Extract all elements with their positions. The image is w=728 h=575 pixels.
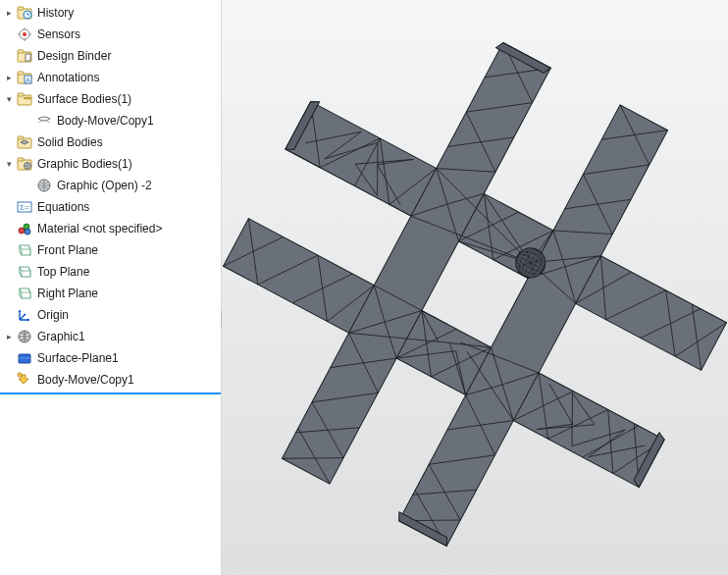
surface-plane-icon — [16, 350, 33, 366]
tree-item-label: History — [37, 6, 74, 20]
chevron-right-icon[interactable]: ▸ — [4, 332, 14, 341]
graphic-feature-icon — [16, 329, 33, 344]
tree-item-label: Sensors — [37, 27, 80, 41]
binder-icon — [16, 48, 33, 64]
tree-item-label: Solid Bodies — [37, 135, 103, 149]
tree-item[interactable]: Right Plane — [0, 283, 221, 304]
chevron-right-icon[interactable]: ▸ — [4, 73, 14, 82]
tree-item-label: Material <not specified> — [37, 222, 162, 235]
tree-item-label: Body-Move/Copy1 — [37, 373, 134, 387]
tree-item-label: Graphic1 — [37, 330, 85, 343]
chevron-down-icon[interactable]: ▾ — [4, 94, 14, 104]
tree-item-label: Front Plane — [37, 243, 98, 257]
tree-item-label: Design Binder — [37, 49, 111, 63]
tree-item-label: Graphic (Open) -2 — [57, 179, 152, 192]
app-root: ▸HistorySensorsDesign Binder▸Annotations… — [0, 0, 728, 575]
tree-item[interactable]: Body-Move/Copy1 — [0, 110, 221, 131]
origin-icon — [16, 307, 33, 323]
tree-item[interactable]: ▸Annotations — [0, 67, 221, 88]
material-icon — [16, 221, 33, 236]
tree-item[interactable]: Graphic (Open) -2 — [0, 175, 221, 196]
surface-body-icon — [35, 113, 53, 129]
chevron-right-icon[interactable]: ▸ — [4, 8, 14, 18]
tree-item[interactable]: Body-Move/Copy1 — [0, 369, 221, 391]
tree-item[interactable]: Equations — [0, 196, 221, 218]
model-mesh — [222, 0, 728, 575]
tree-insert-bar[interactable] — [0, 392, 221, 394]
tree-item-label: Surface Bodies(1) — [37, 92, 131, 106]
tree-item-label: Top Plane — [37, 265, 89, 279]
tree-item-label: Right Plane — [37, 287, 98, 300]
tree-item[interactable]: Design Binder — [0, 45, 221, 67]
graphics-viewport[interactable] — [222, 0, 728, 575]
chevron-down-icon[interactable]: ▾ — [4, 159, 14, 169]
tree-item[interactable]: Front Plane — [0, 239, 221, 261]
feature-tree-panel: ▸HistorySensorsDesign Binder▸Annotations… — [0, 0, 222, 575]
sensors-icon — [16, 26, 33, 42]
annotations-icon — [16, 70, 33, 85]
graphic-body-icon — [35, 178, 53, 193]
tree-item[interactable]: Surface-Plane1 — [0, 347, 221, 369]
move-copy-icon — [16, 372, 33, 388]
tree-item-label: Graphic Bodies(1) — [37, 157, 132, 171]
solid-bodies-icon — [16, 134, 33, 150]
history-folder-icon — [16, 5, 33, 21]
tree-item-label: Annotations — [37, 71, 99, 84]
tree-item[interactable]: ▾Graphic Bodies(1) — [0, 153, 221, 175]
tree-item-label: Body-Move/Copy1 — [57, 114, 154, 128]
tree-item[interactable]: Sensors — [0, 24, 221, 45]
tree-item[interactable]: Material <not specified> — [0, 218, 221, 239]
tree-item-label: Origin — [37, 308, 69, 322]
tree-item[interactable]: Origin — [0, 304, 221, 326]
surface-bodies-icon — [16, 91, 33, 107]
plane-icon — [16, 286, 33, 301]
tree-item-label: Surface-Plane1 — [37, 351, 119, 365]
tree-item[interactable]: Solid Bodies — [0, 131, 221, 153]
tree-item[interactable]: ▸History — [0, 2, 221, 24]
tree-item-label: Equations — [37, 200, 89, 214]
tree-item[interactable]: Top Plane — [0, 261, 221, 283]
graphic-bodies-icon — [16, 156, 33, 172]
tree-item[interactable]: ▾Surface Bodies(1) — [0, 88, 221, 110]
plane-icon — [16, 242, 33, 258]
equations-icon — [16, 199, 33, 215]
feature-tree[interactable]: ▸HistorySensorsDesign Binder▸Annotations… — [0, 0, 221, 391]
tree-item[interactable]: ▸Graphic1 — [0, 326, 221, 347]
plane-icon — [16, 264, 33, 280]
